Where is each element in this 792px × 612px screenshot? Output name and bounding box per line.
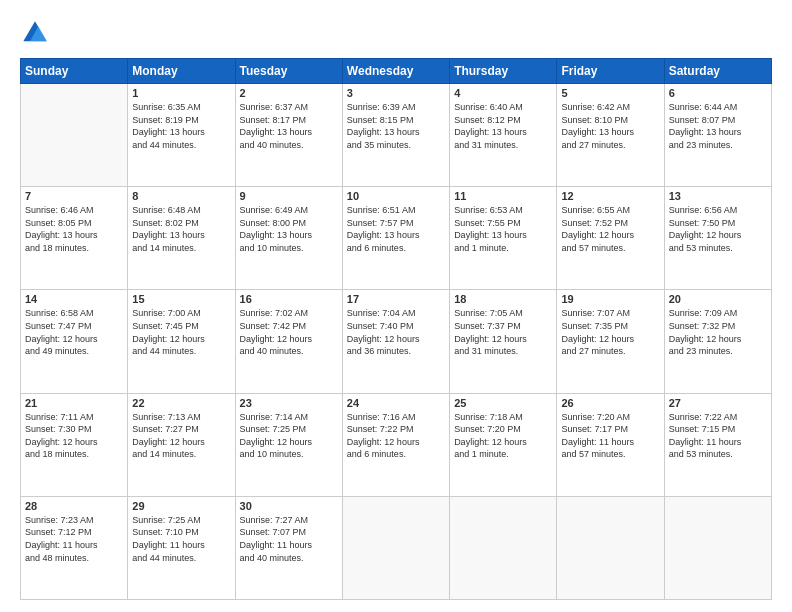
day-number: 20 (669, 293, 767, 305)
day-number: 17 (347, 293, 445, 305)
day-of-week-header: Wednesday (342, 59, 449, 84)
day-info: Sunrise: 7:02 AM Sunset: 7:42 PM Dayligh… (240, 307, 338, 357)
day-number: 6 (669, 87, 767, 99)
calendar-table: SundayMondayTuesdayWednesdayThursdayFrid… (20, 58, 772, 600)
day-info: Sunrise: 7:14 AM Sunset: 7:25 PM Dayligh… (240, 411, 338, 461)
day-number: 10 (347, 190, 445, 202)
day-info: Sunrise: 6:56 AM Sunset: 7:50 PM Dayligh… (669, 204, 767, 254)
page: SundayMondayTuesdayWednesdayThursdayFrid… (0, 0, 792, 612)
calendar-cell: 23Sunrise: 7:14 AM Sunset: 7:25 PM Dayli… (235, 393, 342, 496)
calendar-cell: 21Sunrise: 7:11 AM Sunset: 7:30 PM Dayli… (21, 393, 128, 496)
calendar-cell: 1Sunrise: 6:35 AM Sunset: 8:19 PM Daylig… (128, 84, 235, 187)
calendar-cell: 26Sunrise: 7:20 AM Sunset: 7:17 PM Dayli… (557, 393, 664, 496)
day-info: Sunrise: 6:49 AM Sunset: 8:00 PM Dayligh… (240, 204, 338, 254)
calendar-cell: 6Sunrise: 6:44 AM Sunset: 8:07 PM Daylig… (664, 84, 771, 187)
day-info: Sunrise: 7:20 AM Sunset: 7:17 PM Dayligh… (561, 411, 659, 461)
day-info: Sunrise: 6:51 AM Sunset: 7:57 PM Dayligh… (347, 204, 445, 254)
calendar-cell: 28Sunrise: 7:23 AM Sunset: 7:12 PM Dayli… (21, 496, 128, 599)
calendar-week-row: 7Sunrise: 6:46 AM Sunset: 8:05 PM Daylig… (21, 187, 772, 290)
day-info: Sunrise: 6:40 AM Sunset: 8:12 PM Dayligh… (454, 101, 552, 151)
day-info: Sunrise: 6:39 AM Sunset: 8:15 PM Dayligh… (347, 101, 445, 151)
day-number: 23 (240, 397, 338, 409)
calendar-cell (450, 496, 557, 599)
day-number: 5 (561, 87, 659, 99)
calendar-cell: 5Sunrise: 6:42 AM Sunset: 8:10 PM Daylig… (557, 84, 664, 187)
calendar-cell: 16Sunrise: 7:02 AM Sunset: 7:42 PM Dayli… (235, 290, 342, 393)
day-info: Sunrise: 7:25 AM Sunset: 7:10 PM Dayligh… (132, 514, 230, 564)
day-number: 12 (561, 190, 659, 202)
day-info: Sunrise: 6:58 AM Sunset: 7:47 PM Dayligh… (25, 307, 123, 357)
day-info: Sunrise: 7:13 AM Sunset: 7:27 PM Dayligh… (132, 411, 230, 461)
day-number: 28 (25, 500, 123, 512)
calendar-cell (342, 496, 449, 599)
logo (20, 18, 54, 48)
day-info: Sunrise: 7:05 AM Sunset: 7:37 PM Dayligh… (454, 307, 552, 357)
logo-icon (20, 18, 50, 48)
header (20, 18, 772, 48)
calendar-week-row: 21Sunrise: 7:11 AM Sunset: 7:30 PM Dayli… (21, 393, 772, 496)
day-info: Sunrise: 6:35 AM Sunset: 8:19 PM Dayligh… (132, 101, 230, 151)
calendar-header-row: SundayMondayTuesdayWednesdayThursdayFrid… (21, 59, 772, 84)
day-info: Sunrise: 6:53 AM Sunset: 7:55 PM Dayligh… (454, 204, 552, 254)
day-info: Sunrise: 7:23 AM Sunset: 7:12 PM Dayligh… (25, 514, 123, 564)
day-info: Sunrise: 6:42 AM Sunset: 8:10 PM Dayligh… (561, 101, 659, 151)
day-info: Sunrise: 6:37 AM Sunset: 8:17 PM Dayligh… (240, 101, 338, 151)
day-number: 22 (132, 397, 230, 409)
calendar-cell: 4Sunrise: 6:40 AM Sunset: 8:12 PM Daylig… (450, 84, 557, 187)
calendar-cell: 30Sunrise: 7:27 AM Sunset: 7:07 PM Dayli… (235, 496, 342, 599)
calendar-cell (557, 496, 664, 599)
day-number: 4 (454, 87, 552, 99)
day-of-week-header: Thursday (450, 59, 557, 84)
day-number: 3 (347, 87, 445, 99)
calendar-cell: 12Sunrise: 6:55 AM Sunset: 7:52 PM Dayli… (557, 187, 664, 290)
day-info: Sunrise: 7:22 AM Sunset: 7:15 PM Dayligh… (669, 411, 767, 461)
day-number: 29 (132, 500, 230, 512)
calendar-week-row: 1Sunrise: 6:35 AM Sunset: 8:19 PM Daylig… (21, 84, 772, 187)
calendar-cell: 9Sunrise: 6:49 AM Sunset: 8:00 PM Daylig… (235, 187, 342, 290)
day-info: Sunrise: 7:27 AM Sunset: 7:07 PM Dayligh… (240, 514, 338, 564)
day-info: Sunrise: 6:46 AM Sunset: 8:05 PM Dayligh… (25, 204, 123, 254)
day-number: 2 (240, 87, 338, 99)
day-number: 14 (25, 293, 123, 305)
calendar-cell: 17Sunrise: 7:04 AM Sunset: 7:40 PM Dayli… (342, 290, 449, 393)
calendar-cell: 22Sunrise: 7:13 AM Sunset: 7:27 PM Dayli… (128, 393, 235, 496)
calendar-cell: 8Sunrise: 6:48 AM Sunset: 8:02 PM Daylig… (128, 187, 235, 290)
calendar-cell: 18Sunrise: 7:05 AM Sunset: 7:37 PM Dayli… (450, 290, 557, 393)
day-info: Sunrise: 6:48 AM Sunset: 8:02 PM Dayligh… (132, 204, 230, 254)
calendar-cell: 19Sunrise: 7:07 AM Sunset: 7:35 PM Dayli… (557, 290, 664, 393)
day-of-week-header: Friday (557, 59, 664, 84)
day-info: Sunrise: 6:44 AM Sunset: 8:07 PM Dayligh… (669, 101, 767, 151)
day-number: 30 (240, 500, 338, 512)
calendar-cell: 13Sunrise: 6:56 AM Sunset: 7:50 PM Dayli… (664, 187, 771, 290)
day-number: 27 (669, 397, 767, 409)
calendar-cell: 20Sunrise: 7:09 AM Sunset: 7:32 PM Dayli… (664, 290, 771, 393)
calendar-week-row: 14Sunrise: 6:58 AM Sunset: 7:47 PM Dayli… (21, 290, 772, 393)
day-of-week-header: Sunday (21, 59, 128, 84)
day-number: 8 (132, 190, 230, 202)
calendar-cell: 27Sunrise: 7:22 AM Sunset: 7:15 PM Dayli… (664, 393, 771, 496)
calendar-cell: 10Sunrise: 6:51 AM Sunset: 7:57 PM Dayli… (342, 187, 449, 290)
day-number: 1 (132, 87, 230, 99)
day-info: Sunrise: 6:55 AM Sunset: 7:52 PM Dayligh… (561, 204, 659, 254)
calendar-cell: 14Sunrise: 6:58 AM Sunset: 7:47 PM Dayli… (21, 290, 128, 393)
day-number: 25 (454, 397, 552, 409)
day-number: 16 (240, 293, 338, 305)
day-number: 13 (669, 190, 767, 202)
day-number: 19 (561, 293, 659, 305)
calendar-cell: 25Sunrise: 7:18 AM Sunset: 7:20 PM Dayli… (450, 393, 557, 496)
day-info: Sunrise: 7:04 AM Sunset: 7:40 PM Dayligh… (347, 307, 445, 357)
day-info: Sunrise: 7:16 AM Sunset: 7:22 PM Dayligh… (347, 411, 445, 461)
calendar-cell: 7Sunrise: 6:46 AM Sunset: 8:05 PM Daylig… (21, 187, 128, 290)
day-number: 11 (454, 190, 552, 202)
calendar-cell: 3Sunrise: 6:39 AM Sunset: 8:15 PM Daylig… (342, 84, 449, 187)
day-number: 26 (561, 397, 659, 409)
day-info: Sunrise: 7:11 AM Sunset: 7:30 PM Dayligh… (25, 411, 123, 461)
calendar-cell (664, 496, 771, 599)
day-of-week-header: Tuesday (235, 59, 342, 84)
day-number: 21 (25, 397, 123, 409)
calendar-week-row: 28Sunrise: 7:23 AM Sunset: 7:12 PM Dayli… (21, 496, 772, 599)
day-number: 24 (347, 397, 445, 409)
day-number: 15 (132, 293, 230, 305)
day-number: 7 (25, 190, 123, 202)
day-of-week-header: Monday (128, 59, 235, 84)
